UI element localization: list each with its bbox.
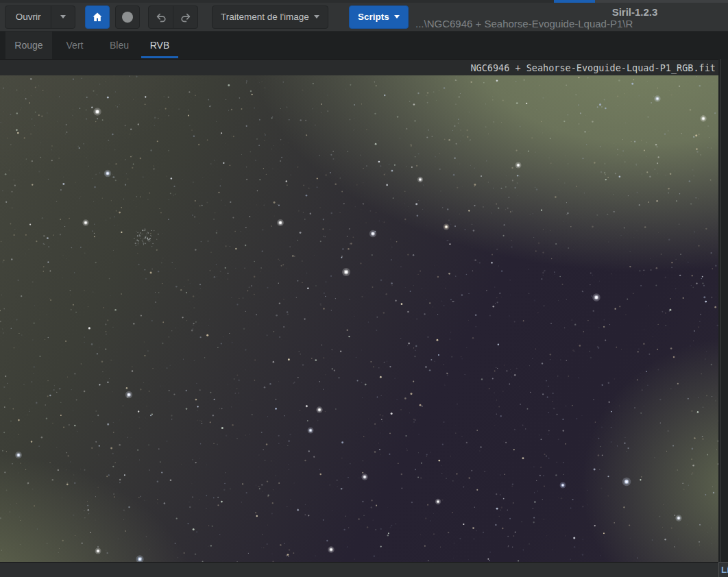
undo-redo-group (148, 5, 198, 29)
scripts-button[interactable]: Scripts (349, 5, 409, 29)
right-panel-edge: Li (718, 59, 728, 577)
image-filename-bar: NGC6946 + Seahorse-Evoguide-Lquad-P1_RGB… (0, 59, 718, 75)
redo-button[interactable] (173, 6, 197, 28)
open-button[interactable]: Ouvrir (5, 5, 51, 29)
chevron-down-icon (60, 15, 66, 19)
statusbar (0, 562, 718, 577)
home-icon (91, 11, 104, 23)
window-title: Siril-1.2.3 (542, 6, 728, 18)
tab-rouge[interactable]: Rouge (5, 32, 52, 59)
tab-rouge-label: Rouge (14, 40, 43, 51)
tab-rvb[interactable]: RVB (141, 32, 178, 59)
chevron-down-icon (314, 15, 319, 19)
display-mode-label: Li (721, 565, 728, 575)
channel-tabbar: Rouge Vert Bleu RVB (0, 32, 728, 59)
open-button-group: Ouvrir (5, 5, 75, 29)
display-mode-select[interactable]: Li (718, 562, 728, 577)
undo-icon (155, 11, 167, 23)
open-dropdown-button[interactable] (51, 5, 75, 29)
scripts-label: Scripts (358, 12, 389, 22)
starfield-canvas[interactable] (0, 75, 718, 562)
siril-window: Ouvrir (0, 0, 728, 577)
tab-bleu[interactable]: Bleu (97, 32, 141, 59)
image-processing-button[interactable]: Traitement de l'image (212, 5, 328, 29)
content-area: NGC6946 + Seahorse-Evoguide-Lquad-P1_RGB… (0, 59, 728, 577)
tab-rvb-label: RVB (150, 40, 170, 51)
tab-vert-label: Vert (66, 40, 84, 51)
chevron-down-icon (394, 15, 400, 19)
home-button[interactable] (85, 5, 110, 29)
toolbar: Ouvrir (0, 3, 728, 32)
working-directory-path: ...\NGC6946 + Seahorse-Evoguide-Lquad-P1… (415, 18, 728, 29)
record-button[interactable] (115, 5, 140, 29)
image-column: NGC6946 + Seahorse-Evoguide-Lquad-P1_RGB… (0, 59, 718, 577)
tab-vert[interactable]: Vert (52, 32, 97, 59)
redo-icon (180, 11, 192, 23)
tab-bleu-label: Bleu (110, 40, 129, 51)
image-processing-label: Traitement de l'image (221, 12, 309, 22)
undo-button[interactable] (149, 6, 173, 28)
panel-divider-line (720, 59, 721, 562)
record-icon (122, 12, 133, 23)
image-filename: NGC6946 + Seahorse-Evoguide-Lquad-P1_RGB… (470, 62, 716, 73)
